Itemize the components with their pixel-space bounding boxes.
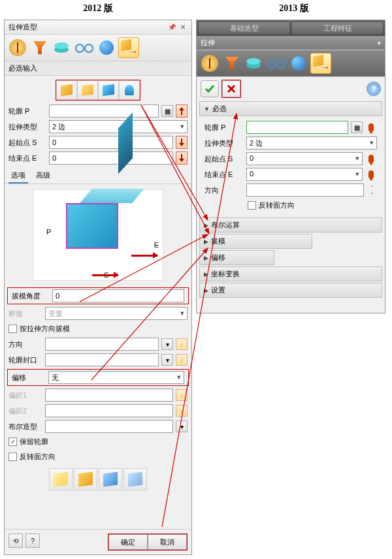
- tab-advanced[interactable]: 高级: [33, 168, 53, 184]
- input-direction[interactable]: [45, 338, 159, 351]
- sphere-icon[interactable]: [96, 37, 117, 58]
- result-thin-icon[interactable]: [99, 468, 122, 490]
- glasses-icon-r[interactable]: [266, 53, 287, 74]
- result-surface-icon[interactable]: [74, 468, 97, 490]
- acc-settings[interactable]: ▶设置: [199, 283, 382, 298]
- cb-draft-dir-row: 按拉伸方向拔模: [5, 321, 191, 336]
- row-profile: 轮廓 P ▦: [5, 103, 191, 119]
- help-icon[interactable]: ?: [25, 534, 40, 548]
- input-end-r[interactable]: 0: [246, 168, 363, 181]
- extrude-icon-r[interactable]: [310, 53, 331, 74]
- row-offset1: 偏距1 ↓: [5, 387, 191, 403]
- label-end: 结束点 E: [8, 153, 46, 163]
- panel-2012: 拉伸造型 📌 ✕ 必选输入 轮廓 P ▦: [4, 20, 192, 555]
- input-cap[interactable]: [45, 353, 159, 366]
- label-profile-r: 轮廓 P: [204, 123, 244, 133]
- label-direction: 方向: [8, 340, 42, 349]
- result-wire-icon[interactable]: [123, 468, 147, 490]
- reset-icon[interactable]: ⟲: [8, 534, 23, 548]
- cap-dd-icon[interactable]: ▾: [161, 354, 173, 366]
- panel-2013: 基础造型 工程特征 拉伸 ▾ ?: [196, 20, 385, 313]
- row-offset2: 偏距2 ↓: [5, 403, 191, 419]
- acc-offset[interactable]: ▶偏移: [199, 250, 274, 265]
- input-profile-r[interactable]: [246, 121, 348, 134]
- close-icon[interactable]: ✕: [178, 23, 188, 32]
- swap-off1-icon[interactable]: ↓: [176, 389, 188, 401]
- input-start-r[interactable]: 0: [246, 152, 363, 165]
- input-draft[interactable]: [52, 289, 184, 302]
- swap-end-icon[interactable]: [176, 152, 188, 165]
- tab-options[interactable]: 选项: [8, 168, 28, 184]
- bool-add-icon[interactable]: [77, 80, 98, 100]
- funnel-icon[interactable]: [29, 37, 50, 58]
- funnel-icon-r[interactable]: [221, 53, 242, 74]
- swap-cap-icon[interactable]: ↓: [176, 354, 188, 366]
- layers-icon[interactable]: [52, 37, 73, 58]
- cancel-icon[interactable]: [222, 80, 240, 97]
- bool-base-icon[interactable]: [56, 80, 77, 100]
- pin-icon[interactable]: 📌: [167, 23, 176, 32]
- preview-3d: P E S: [33, 189, 163, 281]
- toolbar-2012: [5, 35, 191, 61]
- header-2012: 2012 版: [83, 3, 113, 14]
- mic-end-icon[interactable]: [365, 168, 377, 180]
- title-bar-2012: 拉伸造型 📌 ✕: [5, 20, 191, 35]
- glasses-icon[interactable]: [74, 37, 95, 58]
- acc-draft[interactable]: ▶拔模: [199, 234, 312, 249]
- ok-button[interactable]: 确定: [108, 534, 148, 550]
- combo-type-r[interactable]: 2 边: [246, 136, 377, 150]
- row-end: 结束点 E: [5, 150, 191, 166]
- result-solid-icon[interactable]: [49, 468, 73, 490]
- bool-sub-icon[interactable]: [98, 80, 119, 100]
- dir-dd-icon[interactable]: ▾: [161, 338, 173, 350]
- cb-flip-row: 反转面方向: [5, 449, 191, 464]
- swap-start-icon[interactable]: [176, 136, 188, 149]
- row-boolean-body: 布尔造型 ▾: [5, 419, 191, 434]
- compass-icon-r[interactable]: [199, 53, 220, 74]
- footer-2012: ⟲ ? 确定 取消: [5, 529, 191, 554]
- row-start: 起始点 S: [5, 135, 191, 150]
- input-boolean-body[interactable]: [45, 420, 173, 433]
- acc-required[interactable]: ▼必选: [199, 101, 382, 116]
- row-draft: 拔模角度: [7, 287, 189, 304]
- label-type-r: 拉伸类型: [204, 138, 244, 148]
- mic-start-icon[interactable]: [365, 153, 377, 165]
- pick-profile-icon[interactable]: ▦: [161, 105, 173, 117]
- input-end[interactable]: [49, 152, 173, 165]
- acc-required-body: 轮廓 P ▦ 拉伸类型 2 边 起始点 S 0 结束点 E 0 方向: [197, 117, 385, 217]
- ribbon-feature[interactable]: 工程特征: [291, 22, 384, 35]
- cb-flip-r[interactable]: [248, 201, 256, 210]
- cb-keep[interactable]: ✓: [8, 438, 17, 446]
- swap-profile-icon[interactable]: [176, 104, 188, 118]
- row-offset: 偏移 无: [7, 369, 189, 386]
- input-profile[interactable]: [49, 104, 159, 118]
- bool-intersect-icon[interactable]: [119, 80, 140, 100]
- apply-icon[interactable]: [201, 80, 219, 97]
- acc-coord[interactable]: ▶坐标变换: [199, 266, 382, 281]
- swap-dir-icon[interactable]: ↓: [176, 338, 188, 350]
- boolean-icons-box: [56, 80, 140, 101]
- acc-boolean[interactable]: ▶布尔运算: [199, 217, 382, 232]
- section-required: 必选输入: [5, 61, 191, 76]
- cb-draft-dir[interactable]: [8, 325, 17, 333]
- ribbon-basic[interactable]: 基础造型: [198, 22, 290, 35]
- extrude-icon[interactable]: [118, 37, 139, 58]
- dir-chev-icon[interactable]: ⌃⌄: [367, 185, 377, 195]
- help-icon-r[interactable]: ?: [367, 82, 381, 96]
- cb-flip[interactable]: [8, 453, 17, 461]
- result-type-icons: [5, 464, 191, 494]
- input-direction-r[interactable]: [246, 184, 364, 197]
- sphere-icon-r[interactable]: [288, 53, 309, 74]
- compass-icon[interactable]: [7, 37, 28, 58]
- label-offset2: 偏距2: [8, 406, 42, 416]
- row-cap: 轮廓封口 ▾ ↓: [5, 352, 191, 368]
- mic-profile-icon[interactable]: [365, 121, 377, 133]
- input-offset2: [45, 404, 173, 417]
- input-start[interactable]: [49, 136, 173, 149]
- bool-dd-icon[interactable]: ▾: [176, 421, 188, 432]
- cancel-button[interactable]: 取消: [148, 534, 187, 550]
- swap-off2-icon[interactable]: ↓: [176, 405, 188, 417]
- layers-icon-r[interactable]: [244, 53, 265, 74]
- combo-offset[interactable]: 无: [48, 371, 184, 384]
- pick-profile-r-icon[interactable]: ▦: [351, 121, 363, 133]
